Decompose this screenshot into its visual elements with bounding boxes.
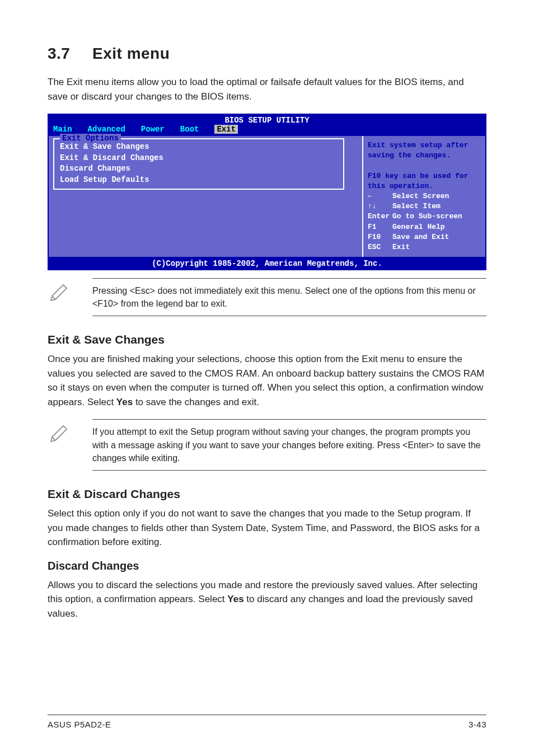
footer-page-number: 3-43 — [469, 720, 486, 729]
bios-help-line: F10 key can be used for this operation. — [368, 171, 481, 191]
bios-tab-exit: Exit — [214, 125, 238, 134]
bios-title: BIOS SETUP UTILITY — [48, 114, 486, 125]
key-f1: F1 — [368, 222, 392, 232]
bios-options-frame: Exit Options Exit & Save Changes Exit & … — [53, 138, 344, 190]
note-text: If you attempt to exit the Setup program… — [92, 419, 486, 471]
key-desc: Go to Sub-screen — [392, 212, 462, 220]
subheading-exit-discard: Exit & Discard Changes — [48, 487, 486, 501]
body-paragraph: Once you are finished making your select… — [48, 352, 486, 409]
key-up-down: ↑↓ — [368, 201, 392, 212]
bios-copyright: (C)Copyright 1985-2002, American Megatre… — [48, 258, 486, 270]
key-desc: Select Item — [392, 202, 441, 210]
key-desc: Save and Exit — [392, 233, 449, 241]
bios-tab-boot: Boot — [180, 125, 199, 134]
bios-tab-advanced: Advanced — [88, 125, 125, 134]
bios-help-text: Exit system setup after saving the chang… — [368, 140, 481, 191]
bios-options-frame-title: Exit Options — [60, 134, 121, 143]
bios-setup-screenshot: BIOS SETUP UTILITY Main Advanced Power B… — [48, 114, 486, 270]
bios-tab-main: Main — [53, 125, 72, 134]
bios-tab-power: Power — [141, 125, 165, 134]
body-paragraph: Select this option only if you do not wa… — [48, 506, 486, 550]
key-desc: General Help — [392, 223, 445, 231]
section-heading: 3.7Exit menu — [48, 45, 486, 63]
page-footer: ASUS P5AD2-E 3-43 — [48, 715, 486, 729]
bios-left-pane: Exit Options Exit & Save Changes Exit & … — [49, 136, 362, 257]
bios-item: Exit & Save Changes — [60, 142, 338, 153]
key-desc: Select Screen — [392, 192, 449, 200]
pencil-note-icon — [48, 278, 92, 316]
note-block: If you attempt to exit the Setup program… — [48, 419, 486, 471]
section-number: 3.7 — [48, 45, 92, 63]
footer-product: ASUS P5AD2-E — [48, 720, 111, 729]
body-span: Once you are finished making your select… — [48, 354, 485, 407]
intro-paragraph: The Exit menu items allow you to load th… — [48, 75, 486, 104]
bios-help-line: Exit system setup after saving the chang… — [368, 140, 481, 161]
bios-help-pane: Exit system setup after saving the chang… — [362, 136, 485, 257]
bios-body: Exit Options Exit & Save Changes Exit & … — [48, 136, 486, 258]
subheading-discard: Discard Changes — [48, 560, 486, 572]
key-f10: F10 — [368, 232, 392, 242]
key-enter: Enter — [368, 212, 392, 222]
note-block: Pressing <Esc> does not immediately exit… — [48, 278, 486, 316]
bios-item: Discard Changes — [60, 163, 338, 175]
key-esc: ESC — [368, 242, 392, 252]
note-text: Pressing <Esc> does not immediately exit… — [92, 278, 486, 316]
yes-keyword: Yes — [227, 594, 243, 604]
bios-item: Load Setup Defaults — [60, 175, 338, 186]
yes-keyword: Yes — [116, 397, 133, 407]
body-paragraph: Allows you to discard the selections you… — [48, 578, 486, 621]
pencil-note-icon — [48, 419, 92, 471]
subheading-exit-save: Exit & Save Changes — [48, 333, 486, 346]
body-span: to save the changes and exit. — [133, 397, 259, 407]
key-left-arrow: ← — [368, 191, 392, 201]
section-title-text: Exit menu — [92, 45, 170, 62]
bios-item: Exit & Discard Changes — [60, 153, 338, 164]
key-desc: Exit — [392, 243, 410, 251]
bios-key-legend: ←Select Screen ↑↓Select Item EnterGo to … — [368, 191, 481, 252]
